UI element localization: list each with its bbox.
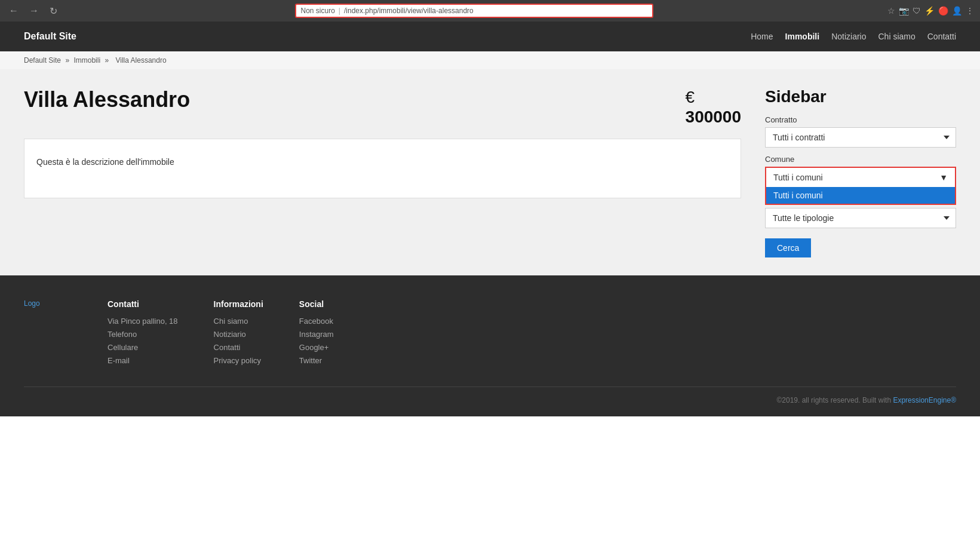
info-contatti[interactable]: Contatti bbox=[214, 343, 241, 352]
menu-icon[interactable]: ⋮ bbox=[966, 6, 974, 16]
property-header: Villa Alessandro € 300000 bbox=[24, 87, 741, 127]
info-privacy[interactable]: Privacy policy bbox=[214, 356, 261, 365]
list-item: Twitter bbox=[299, 355, 334, 365]
informazioni-list: Chi siamo Notiziario Contatti Privacy po… bbox=[214, 316, 263, 365]
camera-icon[interactable]: 📷 bbox=[899, 6, 909, 16]
description-box: Questa è la descrizione dell'immobile bbox=[24, 139, 741, 198]
social-facebook[interactable]: Facebook bbox=[299, 317, 333, 326]
address-separator: | bbox=[339, 7, 340, 15]
social-twitter[interactable]: Twitter bbox=[299, 356, 322, 365]
footer: Logo Contatti Via Pinco pallino, 18 Tele… bbox=[0, 275, 980, 416]
breadcrumb-sep1: » bbox=[65, 56, 71, 65]
list-item: Google+ bbox=[299, 342, 334, 352]
secure-label: Non sicuro bbox=[301, 7, 335, 15]
comune-select-display[interactable]: Tutti i comuni ▼ bbox=[766, 168, 955, 187]
main-content: Villa Alessandro € 300000 Questa è la de… bbox=[0, 69, 980, 275]
breadcrumb-immobili[interactable]: Immobili bbox=[73, 56, 100, 65]
contatti-heading: Contatti bbox=[107, 299, 178, 309]
shield-icon[interactable]: 🛡 bbox=[913, 6, 921, 16]
price-symbol: € bbox=[686, 87, 741, 108]
nav-contatti[interactable]: Contatti bbox=[927, 32, 956, 41]
footer-contatti-col: Contatti Via Pinco pallino, 18 Telefono … bbox=[107, 299, 178, 369]
comune-dropdown-list: Tutti i comuni bbox=[765, 187, 956, 205]
list-item: Contatti bbox=[214, 342, 263, 352]
logo-text: Logo bbox=[24, 299, 40, 308]
copyright-text: ©2019. all rights reserved. Built with bbox=[776, 396, 893, 404]
comune-label: Comune bbox=[765, 155, 956, 164]
sidebar-title: Sidebar bbox=[765, 87, 956, 106]
browser-chrome: ← → ↻ Non sicuro | /index.php/immobili/v… bbox=[0, 0, 980, 22]
informazioni-heading: Informazioni bbox=[214, 299, 263, 309]
adblock-icon[interactable]: 🔴 bbox=[938, 6, 948, 16]
breadcrumb: Default Site » Immobili » Villa Alessand… bbox=[0, 51, 980, 69]
nav-chi-siamo[interactable]: Chi siamo bbox=[878, 32, 916, 41]
nav-home[interactable]: Home bbox=[751, 32, 773, 41]
contatti-cellulare[interactable]: Cellulare bbox=[107, 343, 138, 352]
comune-dropdown[interactable]: Tutti i comuni ▼ Tutti i comuni bbox=[765, 167, 956, 188]
contratto-select[interactable]: Tutti i contratti bbox=[765, 127, 956, 148]
top-nav: Default Site Home Immobili Notiziario Ch… bbox=[0, 22, 980, 51]
nav-notiziario[interactable]: Notiziario bbox=[831, 32, 866, 41]
property-description: Questa è la descrizione dell'immobile bbox=[36, 157, 174, 167]
site-title: Default Site bbox=[24, 31, 76, 42]
footer-social-col: Social Facebook Instagram Google+ Twitte… bbox=[299, 299, 334, 369]
price-block: € 300000 bbox=[686, 87, 741, 127]
breadcrumb-home[interactable]: Default Site bbox=[24, 56, 61, 65]
contatti-address[interactable]: Via Pinco pallino, 18 bbox=[107, 317, 178, 326]
list-item: Via Pinco pallino, 18 bbox=[107, 316, 178, 326]
back-button[interactable]: ← bbox=[6, 4, 21, 17]
list-item: Facebook bbox=[299, 316, 334, 326]
social-googleplus[interactable]: Google+ bbox=[299, 343, 329, 352]
list-item: Privacy policy bbox=[214, 355, 263, 365]
address-text: /index.php/immobili/view/villa-alessandr… bbox=[344, 7, 474, 15]
social-list: Facebook Instagram Google+ Twitter bbox=[299, 316, 334, 365]
contatti-telefono[interactable]: Telefono bbox=[107, 330, 137, 339]
footer-bottom: ©2019. all rights reserved. Built with E… bbox=[24, 387, 956, 404]
breadcrumb-current: Villa Alessandro bbox=[115, 56, 166, 65]
info-notiziario[interactable]: Notiziario bbox=[214, 330, 246, 339]
list-item: Notiziario bbox=[214, 329, 263, 339]
contatti-email[interactable]: E-mail bbox=[107, 356, 130, 365]
sidebar: Sidebar Contratto Tutti i contratti Comu… bbox=[765, 87, 956, 257]
comune-option-1[interactable]: Tutti i comuni bbox=[766, 187, 955, 204]
nav-links: Home Immobili Notiziario Chi siamo Conta… bbox=[751, 32, 956, 41]
contatti-list: Via Pinco pallino, 18 Telefono Cellulare… bbox=[107, 316, 178, 365]
property-title: Villa Alessandro bbox=[24, 87, 190, 112]
breadcrumb-sep2: » bbox=[105, 56, 110, 65]
list-item: Cellulare bbox=[107, 342, 178, 352]
extension-icon[interactable]: ⚡ bbox=[924, 6, 935, 16]
reload-button[interactable]: ↻ bbox=[47, 4, 60, 18]
comune-chevron-icon: ▼ bbox=[939, 173, 948, 182]
browser-right-icons: ☆ 📷 🛡 ⚡ 🔴 👤 ⋮ bbox=[887, 6, 974, 16]
list-item: Telefono bbox=[107, 329, 178, 339]
info-chi-siamo[interactable]: Chi siamo bbox=[214, 317, 248, 326]
social-heading: Social bbox=[299, 299, 334, 309]
profile-icon[interactable]: 👤 bbox=[952, 6, 962, 16]
nav-immobili[interactable]: Immobili bbox=[785, 32, 820, 41]
footer-logo: Logo bbox=[24, 299, 72, 369]
social-instagram[interactable]: Instagram bbox=[299, 330, 334, 339]
comune-selected-value: Tutti i comuni bbox=[773, 173, 823, 182]
contratto-label: Contratto bbox=[765, 115, 956, 124]
footer-informazioni-col: Informazioni Chi siamo Notiziario Contat… bbox=[214, 299, 263, 369]
list-item: Instagram bbox=[299, 329, 334, 339]
star-icon[interactable]: ☆ bbox=[887, 6, 895, 16]
expressionengine-link[interactable]: ExpressionEngine® bbox=[893, 396, 956, 404]
price-value: 300000 bbox=[686, 108, 741, 127]
tipologia-select[interactable]: Tutte le tipologie bbox=[765, 208, 956, 228]
comune-section: Comune Tutti i comuni ▼ Tutti i comuni T… bbox=[765, 155, 956, 201]
cerca-button[interactable]: Cerca bbox=[765, 238, 811, 257]
list-item: E-mail bbox=[107, 355, 178, 365]
address-bar[interactable]: Non sicuro | /index.php/immobili/view/vi… bbox=[295, 4, 653, 18]
footer-top: Logo Contatti Via Pinco pallino, 18 Tele… bbox=[24, 299, 956, 369]
forward-button[interactable]: → bbox=[26, 4, 42, 17]
list-item: Chi siamo bbox=[214, 316, 263, 326]
